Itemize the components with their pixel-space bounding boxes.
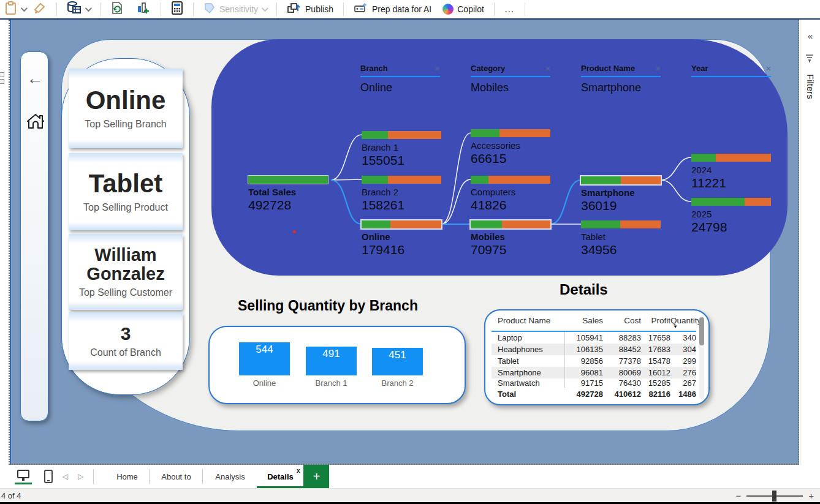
column-header[interactable]: Product Name bbox=[492, 315, 565, 325]
next-page-icon[interactable]: ▷ bbox=[78, 472, 83, 481]
refresh-button[interactable] bbox=[107, 0, 127, 18]
format-painter-button[interactable] bbox=[29, 0, 50, 18]
chevron-down-icon[interactable] bbox=[21, 5, 28, 12]
page-indicator: 4 of 4 bbox=[1, 491, 21, 500]
tree-node-accessories[interactable]: Accessories 66615 bbox=[471, 129, 552, 166]
chevron-down-icon[interactable] bbox=[85, 5, 92, 12]
collapsed-pane-icon[interactable] bbox=[0, 79, 4, 84]
tree-node-mobiles[interactable]: Mobiles 70975 bbox=[471, 220, 552, 257]
close-icon[interactable]: × bbox=[656, 65, 661, 72]
filter-icon[interactable] bbox=[805, 55, 815, 66]
back-button[interactable]: ← bbox=[26, 69, 44, 88]
toolbar-separator bbox=[494, 2, 495, 16]
tree-node-online[interactable]: Online 179416 bbox=[362, 220, 442, 257]
kpi-card-top-branch[interactable]: Online Top Selling Branch bbox=[69, 69, 183, 148]
cell-total-profit: 82116 bbox=[641, 389, 670, 399]
cell-sales: 92856 bbox=[565, 356, 603, 366]
zoom-slider[interactable] bbox=[746, 495, 803, 497]
table-row[interactable]: Smartphone 96081 80069 16012 276 bbox=[492, 367, 696, 378]
node-value: 155051 bbox=[362, 153, 442, 168]
paste-button[interactable] bbox=[1, 0, 29, 18]
node-bar bbox=[362, 176, 441, 184]
tree-node-branch-2[interactable]: Branch 2 158261 bbox=[362, 176, 442, 213]
table-scrollbar[interactable] bbox=[699, 316, 704, 399]
column-value-label: 451 bbox=[389, 349, 406, 361]
sort-descending-icon[interactable]: ▼ bbox=[673, 324, 678, 329]
new-page-button[interactable]: + bbox=[303, 465, 329, 488]
calculator-button[interactable] bbox=[167, 0, 187, 18]
close-icon[interactable]: × bbox=[766, 65, 771, 72]
more-options-button[interactable]: … bbox=[501, 0, 518, 18]
table-row[interactable]: Smartwatch 91715 76430 15285 267 bbox=[492, 378, 696, 388]
prev-page-icon[interactable]: ◁ bbox=[63, 472, 68, 481]
tab-details-active[interactable]: Details x bbox=[257, 465, 303, 488]
page-nav-pill: ← bbox=[20, 51, 48, 421]
prep-data-ai-button[interactable]: Prep data for AI bbox=[350, 0, 435, 18]
column-online[interactable]: 544 bbox=[239, 342, 290, 375]
mobile-view-button[interactable] bbox=[44, 470, 53, 483]
tree-node-2024[interactable]: 2024 11221 bbox=[691, 154, 772, 190]
cell-total-cost: 410612 bbox=[603, 389, 641, 399]
copilot-button[interactable]: Copilot bbox=[439, 0, 488, 18]
tab-about-to[interactable]: About to bbox=[150, 465, 202, 488]
table-row[interactable]: Headphones 106135 88452 17683 304 bbox=[492, 344, 696, 355]
toolbar-separator bbox=[276, 2, 277, 16]
cell-product: Tablet bbox=[492, 355, 565, 367]
cursor-dot bbox=[293, 230, 296, 233]
tab-separator bbox=[93, 469, 94, 484]
kpi-card-top-product[interactable]: Tablet Top Selling Product bbox=[69, 153, 183, 230]
tree-node-2025[interactable]: 2025 24798 bbox=[691, 198, 772, 235]
filter-value: Smartphone bbox=[581, 81, 661, 94]
tree-node-branch-1[interactable]: Branch 1 155051 bbox=[362, 131, 442, 168]
tree-filter-category: Category× Mobiles bbox=[471, 64, 550, 94]
filters-pane-collapsed: « Filters bbox=[800, 20, 820, 465]
home-button[interactable] bbox=[25, 111, 46, 134]
kpi-label: Top Selling Branch bbox=[85, 119, 166, 130]
column-header[interactable]: Profit bbox=[641, 315, 670, 325]
tree-node-total-sales[interactable]: Total Sales 492728 bbox=[248, 176, 329, 213]
filter-field-label: Year bbox=[691, 64, 708, 73]
tree-node-tablet[interactable]: Tablet 34956 bbox=[581, 220, 662, 257]
close-icon[interactable]: × bbox=[545, 65, 550, 72]
details-title: Details bbox=[560, 281, 608, 298]
publish-button[interactable]: Publish bbox=[283, 0, 337, 18]
zoom-slider-handle[interactable] bbox=[772, 491, 776, 502]
new-visual-button[interactable] bbox=[132, 0, 154, 18]
cell-cost: 76430 bbox=[603, 378, 641, 388]
zoom-out-icon[interactable]: − bbox=[735, 491, 741, 501]
add-visual-icon bbox=[136, 1, 151, 17]
table-row[interactable]: Tablet 92856 77378 15478 299 bbox=[492, 355, 696, 367]
clipboard-icon bbox=[5, 1, 17, 17]
tree-node-computers[interactable]: Computers 41826 bbox=[471, 176, 552, 213]
zoom-control: − + bbox=[735, 489, 814, 503]
column-header[interactable]: Sales bbox=[565, 315, 603, 325]
cell-quantity: 340 bbox=[670, 333, 696, 342]
tree-filter-product: Product Name× Smartphone bbox=[581, 64, 661, 94]
collapsed-pane-icon[interactable] bbox=[0, 72, 4, 77]
kpi-card-top-customer[interactable]: William Gonzalez Top Selling Customer bbox=[69, 234, 183, 310]
column-header[interactable]: Cost bbox=[603, 315, 641, 325]
column-branch-1[interactable]: 491 bbox=[306, 347, 357, 375]
node-value: 11221 bbox=[691, 176, 772, 190]
kpi-value: Tablet bbox=[89, 170, 163, 197]
table-row[interactable]: Laptop 105941 88283 17658 340 bbox=[492, 332, 696, 344]
tab-home[interactable]: Home bbox=[105, 465, 149, 488]
node-label: Computers bbox=[471, 187, 552, 197]
tab-analysis[interactable]: Analysis bbox=[203, 465, 257, 488]
column-branch-2[interactable]: 451 bbox=[372, 348, 423, 375]
prep-data-ai-label: Prep data for AI bbox=[372, 4, 431, 14]
status-bar: 4 of 4 − + bbox=[0, 488, 820, 502]
close-icon[interactable]: x bbox=[297, 467, 300, 474]
kpi-card-branch-count[interactable]: 3 Count of Branch bbox=[69, 312, 183, 370]
scrollbar-thumb[interactable] bbox=[699, 317, 704, 345]
data-view-button[interactable] bbox=[63, 0, 94, 18]
cell-sales: 91715 bbox=[565, 378, 603, 388]
desktop-view-button[interactable] bbox=[16, 468, 32, 484]
filters-pane-title[interactable]: Filters bbox=[805, 74, 816, 99]
cell-profit: 17658 bbox=[641, 333, 670, 342]
cell-total-label: Total bbox=[492, 389, 565, 399]
tree-node-smartphone[interactable]: Smartphone 36019 bbox=[581, 176, 662, 213]
expand-pane-icon[interactable]: « bbox=[808, 31, 813, 41]
zoom-in-icon[interactable]: + bbox=[808, 491, 814, 501]
close-icon[interactable]: × bbox=[435, 65, 440, 72]
